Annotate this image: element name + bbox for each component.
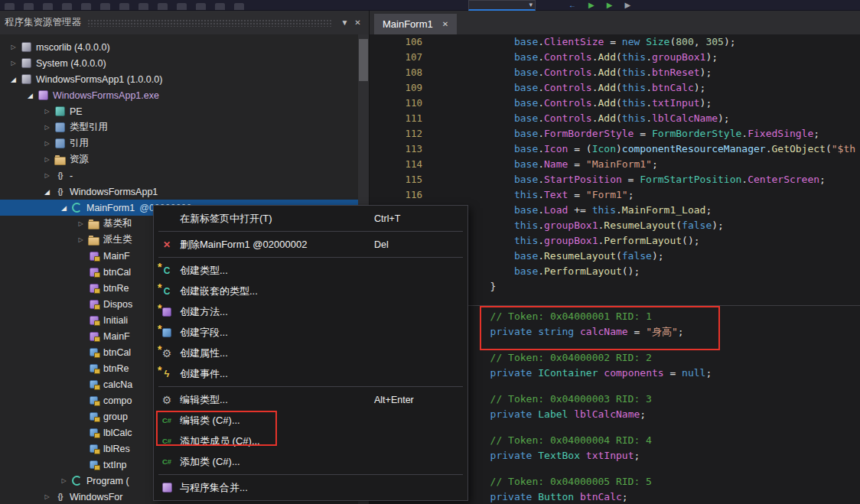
code-text: base.Name = "MainForm1";: [442, 157, 658, 172]
menu-item-label: 创建方法...: [180, 305, 228, 319]
menu-item[interactable]: 与程序集合并...: [154, 477, 467, 498]
toolbar-icon[interactable]: [5, 3, 15, 10]
tree-item-label: Initiali: [103, 315, 132, 326]
collapse-arrow-icon[interactable]: ◢: [8, 76, 19, 83]
code-text: private Label lblCalcName;: [442, 407, 646, 422]
toolbar-icon[interactable]: [177, 3, 187, 10]
tree-item-label: group: [103, 411, 132, 422]
tree-item[interactable]: ▷mscorlib (4.0.0.0): [0, 39, 369, 55]
tree-item-label: MainForm1: [86, 203, 139, 213]
tree-item-label: 类型引用: [70, 121, 112, 134]
collapse-arrow-icon[interactable]: ◢: [58, 204, 70, 212]
tree-item-label: WindowsFormsApp1 (1.0.0.0): [36, 74, 167, 85]
tree-item-label: btnRe: [103, 283, 133, 294]
module-icon: [36, 89, 50, 102]
toolbar-icon[interactable]: [234, 3, 244, 10]
menu-item[interactable]: ϟ创建事件...: [154, 363, 467, 384]
close-panel-icon[interactable]: ✕: [351, 18, 364, 27]
toolbar-icon[interactable]: [62, 3, 72, 10]
expand-arrow-icon[interactable]: ▷: [75, 220, 86, 227]
menu-shortcut: Ctrl+T: [374, 213, 458, 224]
tree-item[interactable]: ◢{}WindowsFormsApp1: [0, 184, 369, 200]
tree-item-label: btnRe: [103, 363, 133, 374]
toolbar-icon[interactable]: [81, 3, 91, 10]
start-icon[interactable]: ▶: [607, 0, 613, 10]
field-icon: [86, 459, 101, 471]
toolbar-icon[interactable]: [138, 3, 148, 10]
navigate-back-icon[interactable]: ←: [568, 0, 576, 10]
toolbar-dropdown[interactable]: ▾: [468, 0, 536, 11]
line-number: 110: [370, 96, 422, 111]
method-icon: [86, 266, 101, 278]
tree-item-label: 引用: [70, 137, 93, 150]
namespace-icon: {}: [53, 186, 67, 198]
menu-item[interactable]: ⚙编辑类型...Alt+Enter: [154, 389, 467, 410]
menu-item-label: 删除MainForm1 @02000002: [180, 238, 307, 252]
menu-item[interactable]: 创建方法...: [154, 301, 467, 322]
pe-icon: [53, 106, 67, 118]
expand-arrow-icon[interactable]: ▷: [41, 108, 53, 115]
tree-item[interactable]: ◢WindowsFormsApp1.exe: [0, 87, 369, 103]
expand-arrow-icon[interactable]: ▷: [41, 140, 53, 147]
new-event-icon: ϟ: [158, 367, 175, 381]
tree-item[interactable]: ▷类型引用: [0, 119, 369, 135]
toolbar-icon[interactable]: [100, 3, 110, 10]
merge-icon: [158, 481, 175, 495]
tree-scrollbar-thumb[interactable]: [359, 39, 368, 81]
collapse-arrow-icon[interactable]: ◢: [24, 92, 36, 99]
toolbar-icon[interactable]: [196, 3, 206, 10]
expand-arrow-icon[interactable]: ▷: [41, 493, 53, 500]
tree-item[interactable]: ▷{}-: [0, 167, 369, 184]
field-icon: [86, 411, 101, 423]
tree-item[interactable]: ▷System (4.0.0.0): [0, 55, 369, 71]
menu-item-label: 添加类 (C#)...: [180, 455, 240, 469]
toolbar-icon[interactable]: [158, 3, 168, 10]
tab-close-icon[interactable]: ✕: [442, 20, 448, 28]
tree-item[interactable]: ◢WindowsFormsApp1 (1.0.0.0): [0, 71, 369, 87]
menu-item[interactable]: C创建类型...: [154, 260, 467, 281]
new-field-icon: [158, 326, 175, 340]
toolbar-icon[interactable]: [43, 3, 53, 10]
toolbar-icon[interactable]: [215, 3, 225, 10]
expand-arrow-icon[interactable]: ▷: [75, 236, 86, 243]
namespace-icon: {}: [53, 491, 67, 503]
menu-item[interactable]: C#添加类 (C#)...: [154, 451, 467, 472]
field-icon: [86, 427, 101, 439]
tree-item[interactable]: ▷资源: [0, 151, 369, 167]
tree-item-label: txtInp: [103, 460, 132, 470]
method-icon: [86, 282, 101, 294]
expand-arrow-icon[interactable]: ▷: [41, 124, 53, 131]
annotation-rect-code: [480, 306, 720, 350]
code-line: 112base.FormBorderStyle = FormBorderStyl…: [370, 126, 860, 141]
tab-bar: MainForm1 ✕: [370, 11, 860, 34]
tree-item[interactable]: ▷引用: [0, 135, 369, 151]
line-number: 115: [370, 172, 422, 187]
menu-shortcut: Del: [374, 239, 458, 250]
expand-arrow-icon[interactable]: ▷: [41, 172, 53, 179]
start-debug-icon[interactable]: ▶: [588, 0, 595, 10]
code-text: this.groupBox1.PerformLayout();: [442, 233, 700, 249]
code-text: base.Controls.Add(this.lblCalcName);: [442, 111, 730, 126]
menu-item[interactable]: C创建嵌套的类型...: [154, 281, 467, 301]
menu-item[interactable]: 创建字段...: [154, 322, 467, 343]
menu-item[interactable]: ⚙创建属性...: [154, 343, 467, 363]
toolbar-icon[interactable]: [119, 3, 129, 10]
chevron-down-icon[interactable]: ▼: [338, 18, 351, 27]
tree-item-label: compo: [103, 395, 137, 406]
code-line: 110base.Controls.Add(this.txtInput);: [370, 96, 860, 111]
tree-item[interactable]: ▷PE: [0, 103, 369, 119]
expand-arrow-icon[interactable]: ▷: [8, 44, 19, 50]
expand-arrow-icon[interactable]: ▷: [58, 477, 70, 484]
menu-item-label: 在新标签页中打开(T): [180, 212, 272, 226]
code-text: private IContainer components = null;: [442, 366, 712, 381]
collapse-arrow-icon[interactable]: ◢: [41, 188, 53, 196]
expand-arrow-icon[interactable]: ▷: [41, 156, 53, 163]
folder-icon: [53, 154, 67, 166]
toolbar-icon[interactable]: [24, 3, 34, 10]
code-text: base.Controls.Add(this.btnCalc);: [442, 80, 705, 96]
menu-item[interactable]: 在新标签页中打开(T)Ctrl+T: [154, 208, 467, 229]
tab-mainform1[interactable]: MainForm1 ✕: [374, 14, 457, 34]
expand-arrow-icon[interactable]: ▷: [8, 60, 19, 67]
toolbar-misc-icon[interactable]: ▶: [624, 0, 630, 10]
menu-item[interactable]: ✕删除MainForm1 @02000002Del: [154, 234, 467, 255]
